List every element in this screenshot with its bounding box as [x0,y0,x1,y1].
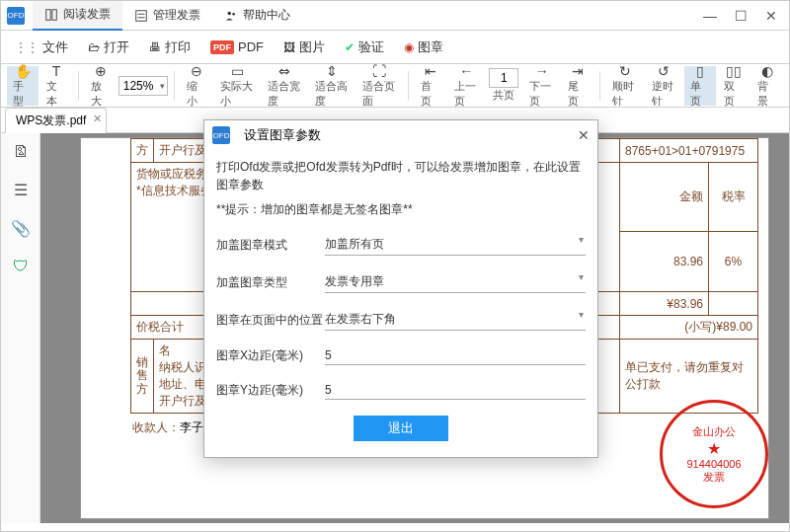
page-input[interactable] [489,68,518,88]
stamp-type-row: 加盖图章类型 发票专用章 [216,271,586,293]
cell: ¥83.96 [620,292,709,316]
tab-label: 帮助中心 [243,7,290,24]
fit-page-button[interactable]: ⛶适合页面 [356,66,402,106]
actual-size-button[interactable]: ▭实际大小 [214,66,260,106]
tab-label: 阅读发票 [63,6,111,23]
stamp-code: 914404006 [686,458,741,470]
stamp-text: 金山办公 [692,424,736,439]
prev-page-button[interactable]: ←上一页 [448,66,485,106]
dialog-description: 打印Ofd发票或把Ofd发票转为Pdf时，可以给发票增加图章，在此设置图章参数 [216,158,586,193]
single-page-button[interactable]: ▯单页 [684,66,716,106]
stamp-button[interactable]: ◉图章 [396,36,451,59]
cell: 6% [709,231,758,291]
tab-read-invoice[interactable]: 阅读发票 [33,1,122,31]
file-menu[interactable]: ⋮⋮文件 [7,36,76,59]
svg-rect-2 [136,10,147,21]
cell: 8765+01>01+0791975 [620,139,758,163]
tab-help-center[interactable]: 帮助中心 [212,1,302,31]
zoom-out-button[interactable]: ⊖缩小 [181,66,212,106]
prev-icon: ← [459,63,473,79]
verify-button[interactable]: ✔验证 [337,36,392,59]
zoom-select[interactable]: 125% [118,76,169,96]
folder-icon: 🗁 [88,40,100,54]
hand-tool-button[interactable]: ✋手型 [7,66,39,106]
zoom-out-icon: ⊖ [191,63,202,79]
shield-icon[interactable]: 🛡 [13,258,29,275]
attachment-icon[interactable]: 📎 [11,219,31,238]
text-tool-button[interactable]: T文本 [40,66,72,106]
print-button[interactable]: 🖶打印 [141,36,198,59]
doc-tab-label: WPS发票.pdf [16,114,86,127]
cell: (小写)¥89.00 [620,316,758,340]
exit-button[interactable]: 退出 [354,416,448,441]
field-label: 加盖图章类型 [216,274,325,291]
svg-rect-1 [52,9,56,20]
dialog-hint: **提示：增加的图章都是无签名图章** [216,201,586,218]
rotate-ccw-button[interactable]: ↺逆时针 [646,66,682,106]
menu-bar: ⋮⋮文件 🗁打开 🖶打印 PDFPDF 🖼图片 ✔验证 ◉图章 [1,31,789,64]
dialog-title-bar: OFD 设置图章参数 ✕ [204,120,597,150]
rotate-cw-button[interactable]: ↻顺时针 [606,66,643,106]
double-icon: ▯▯ [726,63,742,79]
minimize-icon[interactable]: — [703,8,717,24]
outline-icon[interactable]: ☰ [14,181,28,199]
background-button[interactable]: ◐背景 [751,66,783,106]
tab-label: 管理发票 [153,7,200,24]
pdf-button[interactable]: PDFPDF [202,37,272,57]
fit-height-button[interactable]: ⇕适合高度 [309,66,355,106]
double-page-button[interactable]: ▯▯双页 [718,66,750,106]
first-page-button[interactable]: ⇤首页 [415,66,446,106]
bg-icon: ◐ [761,63,773,79]
next-page-button[interactable]: →下一页 [523,66,560,106]
list-icon [134,9,148,23]
toolbar: ✋手型 T文本 ⊕放大 125% ⊖缩小 ▭实际大小 ⇔适合宽度 ⇕适合高度 ⛶… [1,64,789,108]
stamp-mode-select[interactable]: 加盖所有页 [325,234,586,256]
cell: 销售方 [131,340,154,414]
stamp-settings-dialog: OFD 设置图章参数 ✕ 打印Ofd发票或把Ofd发票转为Pdf时，可以给发票增… [203,119,598,458]
people-icon [224,9,238,23]
single-icon: ▯ [696,63,704,79]
margin-x-input[interactable]: 5 [325,346,586,365]
zoom-in-icon: ⊕ [95,63,107,79]
dialog-close-icon[interactable]: ✕ [578,127,590,143]
cell: 方 [131,139,154,163]
separator [174,71,175,101]
stamp-text: 发票 [703,470,725,485]
side-panel: 🖻 ☰ 📎 🛡 [1,133,40,523]
stamp-position-row: 图章在页面中的位置 在发票右下角 [216,309,586,331]
maximize-icon[interactable]: ☐ [735,8,748,24]
field-label: 图章X边距(毫米) [216,347,325,364]
first-icon: ⇤ [425,63,436,79]
last-page-button[interactable]: ⇥尾页 [562,66,593,106]
window-controls: — ☐ ✕ [703,8,783,24]
dialog-title: 设置图章参数 [244,126,321,144]
open-button[interactable]: 🗁打开 [80,36,137,59]
close-tab-icon[interactable]: ✕ [93,113,102,125]
zoom-in-button[interactable]: ⊕放大 [85,66,117,106]
actual-icon: ▭ [231,63,244,79]
hand-icon: ✋ [15,63,32,79]
margin-y-input[interactable]: 5 [325,381,586,400]
margin-x-row: 图章X边距(毫米) 5 [216,346,586,365]
stamp-type-select[interactable]: 发票专用章 [325,271,586,293]
stamp-mode-row: 加盖图章模式 加盖所有页 [216,234,586,256]
next-icon: → [535,63,549,79]
close-icon[interactable]: ✕ [765,8,777,24]
image-icon: 🖼 [283,40,295,54]
page-number-group: 共页 [487,66,521,106]
field-label: 图章在页面中的位置 [216,312,325,329]
pdf-icon: PDF [210,40,234,54]
cell: 83.96 [620,231,709,291]
fitwidth-icon: ⇔ [278,63,290,79]
title-bar: OFD 阅读发票 管理发票 帮助中心 — ☐ ✕ [1,1,789,31]
document-tab[interactable]: WPS发票.pdf ✕ [5,108,107,133]
stamp-position-select[interactable]: 在发票右下角 [325,309,586,331]
thumbnail-icon[interactable]: 🖻 [13,143,29,161]
tab-manage-invoice[interactable]: 管理发票 [122,1,212,31]
cell: 税率 [709,163,758,232]
cw-icon: ↻ [619,63,631,79]
image-button[interactable]: 🖼图片 [276,36,333,59]
svg-rect-0 [46,9,50,20]
field-label: 图章Y边距(毫米) [216,382,325,399]
fit-width-button[interactable]: ⇔适合宽度 [262,66,307,106]
